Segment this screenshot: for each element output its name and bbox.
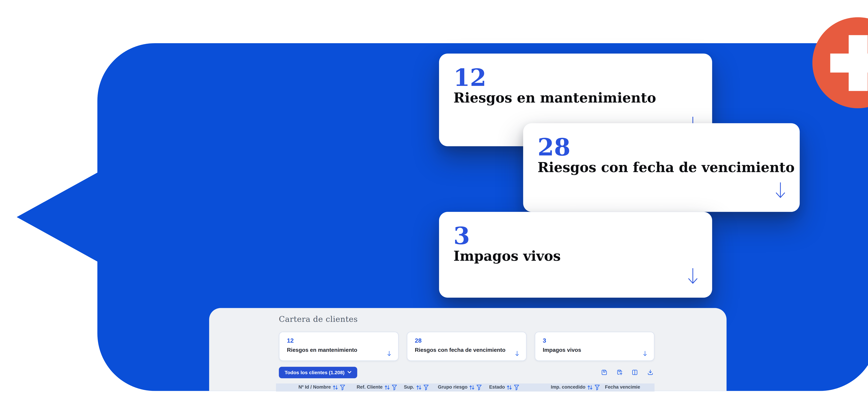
risk-card-due-date[interactable]: 28 Riesgos con fecha de vencimiento <box>523 123 800 212</box>
clients-portfolio-panel: Cartera de clientes 12 Riesgos en manten… <box>209 308 726 391</box>
filter-icon[interactable] <box>514 385 519 390</box>
risk-card-unpaid[interactable]: 3 Impagos vivos <box>439 212 712 298</box>
column-label: Nº Id / Nombre <box>299 385 331 390</box>
arrow-down-icon <box>643 351 647 356</box>
summary-cards-row: 12 Riesgos en mantenimiento 28 Riesgos c… <box>279 332 654 361</box>
card-value: 12 <box>454 66 699 90</box>
filter-icon[interactable] <box>340 385 345 390</box>
card-value: 28 <box>538 136 786 159</box>
column-header-fecha-vencimiento: Fecha vencimiento <box>605 385 654 390</box>
summary-value: 12 <box>287 337 398 344</box>
column-header-estado: Estado <box>489 385 551 390</box>
sort-icon[interactable] <box>416 385 422 390</box>
column-header-imp-concedido: Imp. concedido <box>551 385 605 390</box>
card-label: Riesgos en mantenimiento <box>454 91 699 106</box>
summary-value: 28 <box>415 337 526 344</box>
plus-icon <box>848 35 867 91</box>
column-label: Imp. concedido <box>551 385 585 390</box>
save-icon[interactable] <box>601 370 607 375</box>
clients-filter-label: Todos los clientes (1.208) <box>285 369 345 375</box>
summary-label: Riesgos con fecha de vencimiento <box>415 346 526 353</box>
arrow-down-icon <box>775 182 785 198</box>
filter-icon[interactable] <box>392 385 397 390</box>
summary-value: 3 <box>543 337 654 344</box>
sort-icon[interactable] <box>587 385 593 390</box>
chevron-down-icon <box>347 371 351 374</box>
panel-title: Cartera de clientes <box>279 315 358 323</box>
column-header-ref-cliente: Ref. Cliente <box>356 385 404 390</box>
columns-icon[interactable] <box>632 370 638 375</box>
download-icon[interactable] <box>647 370 653 375</box>
sort-icon[interactable] <box>506 385 512 390</box>
column-header-grupo-riesgo: Grupo riesgo <box>438 385 489 390</box>
table-toolbar <box>601 370 653 375</box>
clients-filter-button[interactable]: Todos los clientes (1.208) <box>279 366 357 378</box>
column-label: Sup. <box>404 385 414 390</box>
filter-icon[interactable] <box>477 385 482 390</box>
sort-icon[interactable] <box>333 385 338 390</box>
column-label: Ref. Cliente <box>356 385 383 390</box>
column-label: Fecha vencimiento <box>605 385 640 390</box>
summary-label: Riesgos en mantenimiento <box>287 346 398 353</box>
sort-icon[interactable] <box>384 385 390 390</box>
speech-bubble-tail <box>17 171 100 263</box>
column-label: Grupo riesgo <box>438 385 467 390</box>
summary-label: Impagos vivos <box>543 346 654 353</box>
summary-card-maintenance[interactable]: 12 Riesgos en mantenimiento <box>279 332 399 361</box>
card-value: 3 <box>454 225 699 248</box>
save-add-icon[interactable] <box>617 370 622 375</box>
column-label: Estado <box>489 385 505 390</box>
card-label: Riesgos con fecha de vencimiento <box>538 161 786 175</box>
filter-icon[interactable] <box>424 385 429 390</box>
column-header-id-nombre: Nº Id / Nombre <box>276 385 357 390</box>
sort-icon[interactable] <box>469 385 475 390</box>
arrow-down-icon <box>515 351 519 356</box>
summary-card-due-date[interactable]: 28 Riesgos con fecha de vencimiento <box>407 332 527 361</box>
filter-icon[interactable] <box>595 385 600 390</box>
summary-card-unpaid[interactable]: 3 Impagos vivos <box>535 332 654 361</box>
table-header: Nº Id / Nombre Ref. Cliente Sup. <box>276 384 655 391</box>
hero-composition: 12 Riesgos en mantenimiento 28 Riesgos c… <box>0 0 868 399</box>
column-header-sup: Sup. <box>404 385 438 390</box>
arrow-down-icon <box>688 268 698 284</box>
card-label: Impagos vivos <box>454 249 699 264</box>
arrow-down-icon <box>387 351 391 356</box>
